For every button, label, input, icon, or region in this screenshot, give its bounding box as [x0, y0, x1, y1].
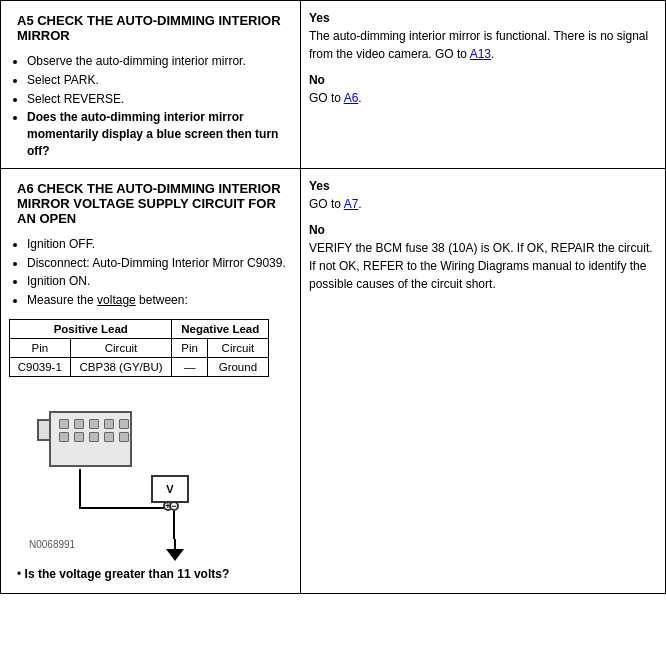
step-a5-3: Select REVERSE. [27, 91, 292, 108]
meas-data-row: C9039-1 CBP38 (GY/BU) — Ground [10, 357, 269, 376]
measurement-table: Positive Lead Negative Lead Pin Circuit … [9, 319, 269, 377]
a5-no-prefix: GO to [309, 91, 341, 105]
meas-data-pos-pin: C9039-1 [10, 357, 71, 376]
section-a5-steps: Observe the auto-dimming interior mirror… [27, 53, 292, 160]
ground-symbol [166, 539, 184, 561]
a6-yes-text: GO to A7. [309, 195, 657, 213]
meas-sub-neg-circuit: Circuit [207, 338, 268, 357]
meas-data-neg-pin: — [172, 357, 207, 376]
wire-neg-vert [173, 511, 175, 539]
a5-yes-text: The auto-dimming interior mirror is func… [309, 27, 657, 63]
probe-negative: − [169, 501, 179, 511]
meas-sub-pos-pin: Pin [10, 338, 71, 357]
section-a5-right: Yes The auto-dimming interior mirror is … [300, 1, 665, 169]
a5-yes-label: Yes [309, 11, 657, 25]
step-a5-1: Observe the auto-dimming interior mirror… [27, 53, 292, 70]
section-a6-row: A6 CHECK THE AUTO-DIMMING INTERIOR MIRRO… [1, 168, 666, 593]
a6-yes-link[interactable]: A7 [344, 197, 359, 211]
step-a5-4-text: Does the auto-dimming interior mirror mo… [27, 110, 278, 158]
meas-data-neg-circuit: Ground [207, 357, 268, 376]
pin-2 [74, 419, 84, 429]
wiring-diagram: + V − N0068991 [19, 391, 279, 561]
step-a6-1: Ignition OFF. [27, 236, 292, 253]
pin-6 [59, 432, 69, 442]
connector-graphic [37, 411, 132, 471]
section-a5-header: A5 CHECK THE AUTO-DIMMING INTERIOR MIRRO… [9, 7, 292, 49]
section-a5-left: A5 CHECK THE AUTO-DIMMING INTERIOR MIRRO… [1, 1, 301, 169]
step-a6-2: Disconnect: Auto-Dimming Interior Mirror… [27, 255, 292, 272]
pin-7 [74, 432, 84, 442]
a6-no-label: No [309, 223, 657, 237]
ground-line1 [174, 539, 176, 549]
section-a6-steps: Ignition OFF. Disconnect: Auto-Dimming I… [27, 236, 292, 309]
wire-pos-horiz [79, 507, 169, 509]
diagram-label: N0068991 [29, 539, 75, 550]
meas-sub-neg-pin: Pin [172, 338, 207, 357]
connector-body [49, 411, 132, 467]
a6-bottom-question: • Is the voltage greater than 11 volts? [9, 561, 292, 587]
wire-pos-vert [79, 469, 81, 509]
meas-data-pos-circuit: CBP38 (GY/BU) [70, 357, 172, 376]
step-a5-4: Does the auto-dimming interior mirror mo… [27, 109, 292, 159]
probe-neg-symbol: − [171, 501, 176, 511]
a5-yes-suffix: . [491, 47, 494, 61]
a5-no-suffix: . [358, 91, 361, 105]
step-a5-2: Select PARK. [27, 72, 292, 89]
a6-yes-prefix: GO to [309, 197, 341, 211]
pin-3 [89, 419, 99, 429]
section-a6-right: Yes GO to A7. No VERIFY the BCM fuse 38 … [300, 168, 665, 593]
a6-no-text: VERIFY the BCM fuse 38 (10A) is OK. If O… [309, 239, 657, 293]
pin-1 [59, 419, 69, 429]
a5-no-link[interactable]: A6 [344, 91, 359, 105]
step-a6-3: Ignition ON. [27, 273, 292, 290]
pin-9 [104, 432, 114, 442]
section-a5-row: A5 CHECK THE AUTO-DIMMING INTERIOR MIRRO… [1, 1, 666, 169]
a6-yes-suffix: . [358, 197, 361, 211]
pin-4 [104, 419, 114, 429]
a5-yes-link[interactable]: A13 [470, 47, 491, 61]
pin-5 [119, 419, 129, 429]
step-a6-4: Measure the voltage between: [27, 292, 292, 309]
meas-negative-header: Negative Lead [172, 319, 269, 338]
meas-sub-header-row: Pin Circuit Pin Circuit [10, 338, 269, 357]
ground-arrow [166, 549, 184, 561]
connector-box [37, 411, 132, 471]
a5-no-text: GO to A6. [309, 89, 657, 107]
voltmeter-box: V [151, 475, 189, 503]
pin-8 [89, 432, 99, 442]
section-a6-left: A6 CHECK THE AUTO-DIMMING INTERIOR MIRRO… [1, 168, 301, 593]
meas-positive-header: Positive Lead [10, 319, 172, 338]
section-a6-header: A6 CHECK THE AUTO-DIMMING INTERIOR MIRRO… [9, 175, 292, 232]
voltage-underline: voltage [97, 293, 136, 307]
diagnostic-table: A5 CHECK THE AUTO-DIMMING INTERIOR MIRRO… [0, 0, 666, 594]
a6-question-text: Is the voltage greater than 11 volts? [25, 567, 230, 581]
pin-10 [119, 432, 129, 442]
voltmeter-v-label: V [166, 483, 173, 495]
pin-grid [51, 413, 130, 448]
meas-header-row: Positive Lead Negative Lead [10, 319, 269, 338]
a5-no-label: No [309, 73, 657, 87]
a6-yes-label: Yes [309, 179, 657, 193]
meas-sub-pos-circuit: Circuit [70, 338, 172, 357]
